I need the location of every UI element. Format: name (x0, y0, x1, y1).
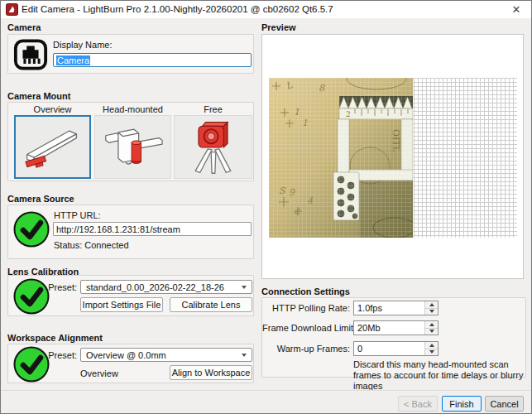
workspace-grid: L 8 1 1 S 9 4 4 2 (269, 78, 517, 238)
camera-mount-group: Overview Head-mounted Free (7, 102, 254, 181)
display-name-label: Display Name: (53, 40, 113, 50)
display-name-value: Camera (56, 55, 90, 65)
download-limit-label: Frame Download Limit: (262, 323, 350, 333)
connection-settings-group: HTTP Polling Rate: 1.0fps Frame Download… (261, 297, 526, 378)
lens-calibration-group: Preset: standard_0.00_2026-02-22_18-26 I… (7, 275, 254, 316)
alignment-preset-dropdown-arrow-icon (242, 354, 247, 357)
mount-head-mounted-label: Head-mounted (94, 104, 171, 114)
warmup-hint-text: Discard this many head-mounted scan fram… (353, 359, 529, 392)
camera-source-section-header: Camera Source (7, 194, 74, 204)
lens-preset-value: standard_0.00_2026-02-22_18-26 (86, 282, 238, 292)
ip-camera-icon (13, 38, 48, 71)
warmup-frames-up-icon[interactable] (425, 342, 438, 349)
download-limit-spinbox[interactable]: 20Mb (353, 320, 439, 335)
title-bar: Edit Camera - LightBurn Pro 2.1.00-Night… (1, 1, 531, 18)
download-limit-down-icon[interactable] (425, 328, 438, 335)
finish-button[interactable]: Finish (442, 396, 482, 412)
lens-preset-label: Preset: (45, 282, 77, 292)
alignment-preset-label: Preset: (45, 350, 77, 360)
camera-source-group: HTTP URL: Status: Connected (7, 205, 254, 259)
polling-rate-value: 1.0fps (354, 301, 424, 315)
tripod-camera-icon (175, 117, 251, 177)
polling-rate-down-icon[interactable] (425, 308, 438, 315)
calibrate-lens-button[interactable]: Calibrate Lens (170, 297, 252, 312)
lens-preset-combo[interactable]: standard_0.00_2026-02-22_18-26 (80, 280, 252, 294)
preview-panel: L 8 1 1 S 9 4 4 2 (261, 34, 524, 279)
http-url-label: HTTP URL: (54, 210, 101, 220)
status-text: Status: Connected (54, 240, 129, 250)
window-title: Edit Camera - LightBurn Pro 2.1.00-Night… (22, 4, 333, 14)
mount-option-head-mounted[interactable] (94, 115, 171, 179)
import-settings-file-button[interactable]: Import Settings File (80, 297, 163, 312)
close-icon[interactable]: ✕ (508, 2, 525, 16)
lightburn-logo-icon (6, 3, 18, 16)
mount-overview-label: Overview (14, 104, 91, 114)
camera-group: Display Name: Camera (7, 34, 254, 74)
download-limit-up-icon[interactable] (425, 321, 438, 328)
mount-free-label: Free (174, 104, 252, 114)
alignment-mode-label: Overview (80, 368, 118, 378)
workspace-alignment-group: Preset: Overview @ 0.0mm Overview Align … (7, 344, 254, 383)
alignment-preset-value: Overview @ 0.0mm (86, 350, 238, 360)
camera-preview-image: L 8 1 1 S 9 4 4 2 (269, 78, 413, 238)
camera-section-header: Camera (7, 22, 41, 32)
align-to-workspace-button[interactable]: Align to Workspace (170, 365, 252, 380)
warmup-frames-value: 0 (354, 342, 424, 355)
connection-settings-section-header: Connection Settings (261, 286, 350, 296)
http-url-input[interactable] (53, 222, 252, 236)
warmup-frames-spinbox[interactable]: 0 (353, 341, 439, 356)
head-mounted-icon (96, 117, 170, 177)
mount-option-free[interactable] (174, 115, 252, 179)
alignment-preset-combo[interactable]: Overview @ 0.0mm (80, 348, 252, 362)
polling-rate-label: HTTP Polling Rate: (262, 303, 350, 313)
mount-option-overview[interactable] (14, 115, 91, 179)
polling-rate-spinbox[interactable]: 1.0fps (353, 301, 439, 315)
display-name-input[interactable]: Camera (53, 53, 252, 67)
workspace-alignment-section-header: Workspace Alignment (7, 333, 103, 343)
warmup-frames-label: Warm-up Frames: (262, 344, 350, 354)
polling-rate-up-icon[interactable] (425, 301, 438, 308)
edit-camera-dialog: Edit Camera - LightBurn Pro 2.1.00-Night… (0, 0, 532, 414)
back-button[interactable]: < Back (398, 396, 438, 412)
warmup-frames-down-icon[interactable] (425, 349, 438, 356)
overview-rail-icon (16, 117, 89, 177)
lens-preset-dropdown-arrow-icon (242, 286, 247, 289)
preview-section-header: Preview (261, 22, 296, 32)
footer-separator (1, 390, 532, 391)
source-ok-check-icon (12, 210, 50, 248)
camera-mount-section-header: Camera Mount (7, 91, 70, 101)
download-limit-value: 20Mb (354, 321, 424, 335)
cancel-button[interactable]: Cancel (485, 396, 524, 412)
